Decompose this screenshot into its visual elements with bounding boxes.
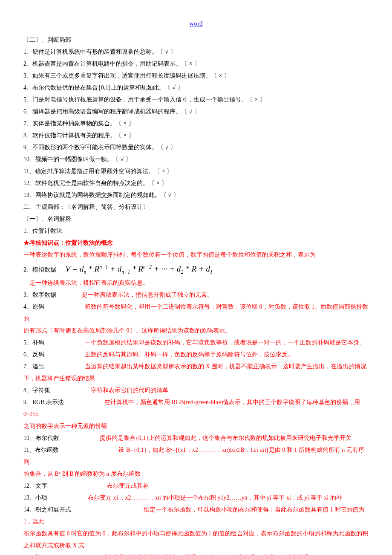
term-answer-cont: 原有形式〔有时需要在高位局部添几个 0〕。这样所得结果为该数的原码表示。 [23,325,369,337]
term-answer: 在计算机中，颜色通常用 RGB(red-green-blue)值表示，其中的三个… [23,399,360,417]
judge-item: 13、网络协议就是为网络数据交换而制定的规如此。〔 √ 〕 [23,189,369,201]
judge-item: 1、硬件是计算机系统中有形的装置和设备的总称。〔 √ 〕 [23,46,369,58]
judge-section-title: 〔二〕、判断局部 [23,34,369,46]
term-label: 9、RGB 表示法 [23,399,64,405]
judge-item: 5、门是对电信号执行根底运算的设备，用于承受一个输入信号，生成一个输出信号。〔 … [23,94,369,106]
judge-item: 11、稳定排序算法是指占用有限额外空间的算法。〔 × 〕 [23,165,369,177]
term-row: 7、溢出当运算的结果超出某种数据类型所表示的数的 X 围时，机器不能正确表示，这… [23,361,369,373]
term-answer-cont: 之和展开式或析取 X 式 [23,540,369,552]
term-label: 12、文字 [23,483,47,489]
judge-item: 10、视频中的一幅图像叫做一帧。〔 √ 〕 [23,153,369,165]
term-answer: 一个负数加模的结果即是该数的补码，它与该负数等价，或者说是一对一的，一个正数的补… [85,339,365,346]
term-row: 10、布尔代数提供的是集合{0,1}上的运算和规如此，这个集合与布尔代数的规如此… [23,432,369,444]
term-label: 13、小项 [23,494,47,501]
term-row: 5、补码一个负数加模的结果即是该数的补码，它与该负数等价，或者说是一对一的，一个… [23,337,369,349]
judge-item: 3、如果有三个或更多重复字符出现，适宜使用行程长度编码进展压缩。〔 × 〕 [23,70,369,82]
term-row: 3、数字数据是一种离散表示法，把信息分割成了独立的元素。 [23,289,369,301]
judge-item: 6、编译器是把用高级语言编写的程序翻译成机器码的程序。〔 √ 〕 [23,106,369,118]
term-label: 11、布尔函数 [23,447,59,453]
term-row: 2、模拟数据 V = dn * Rn−1 + dn−1 * Rn−2 + ···… [23,261,369,277]
math-formula: V = dn * Rn−1 + dn−1 * Rn−2 + ··· + d2 *… [66,261,213,277]
term-answer: 是一种连续表示法，模拟它表示的真实信息。 [23,277,369,289]
judge-item: 12、软件危机完全是由软件自身的特点决定的。〔 × 〕 [23,177,369,189]
term-label: 10、布尔代数 [23,435,59,441]
term-row: 15、门对电信号执行根底运算的设备，承受一个或者多个输入信号，生成一个输出信号 [23,552,369,555]
term-row: 12、文字布尔变元或其补 [23,480,369,492]
term-answer: 给定一个布尔函数，可以构造小项的布尔和使得：当此布尔函数具有值 1 时它的值为 … [23,506,364,525]
judge-item: 2、机器语言是内置在计算机电路中的指令，用助记码表示。〔 × 〕 [23,58,369,70]
term-label: 4、原码 [23,304,44,310]
term-label: 8、字符集 [23,387,50,393]
judge-item: 4、布尔代数提供的是在集合{0,1}上的运算和规如此。〔 √ 〕 [23,82,369,94]
term-answer: 当运算的结果超出某种数据类型所表示的数的 X 围时，机器不能正确表示，这时要产生… [85,363,366,370]
term-label: 1、位置计数法 [23,225,369,237]
term-row: 13、小项布尔变元 x1，x2，……，xn 的小项是一个布尔积 y1y2……yn… [23,492,369,504]
term-label: 6、反码 [23,351,44,358]
term-answer: 提供的是集合{0,1}上的运算和规如此，这个集合与布尔代数的规如此被用来研究电子… [100,435,352,441]
term-answer-cont: 下，机器将产生错误的结果 [23,373,369,384]
term-label: 5、补码 [23,339,44,346]
term-answer: 是一种离散表示法，把信息分割成了独立的元素。 [82,292,213,298]
judge-item: 7、实体是指某种抽象事物的集合。〔 × 〕 [23,118,369,130]
term-answer: 正数的反码与其原码、补码一样，负数的反码等于原码除符号位外，按位求反。 [85,351,294,358]
term-label: 7、溢出 [23,363,44,370]
term-row: 9、RGB 表示法在计算机中，颜色通常用 RGB(red-green-blue)… [23,396,369,420]
knowledge-point: ★考核知识点：位置计数法的概念 [23,237,369,249]
term-label: 2、模拟数据 [23,266,56,273]
term-answer: 布尔变元 x1，x2，……，xn 的小项是一个布尔积 y1y2……yn，其中 y… [88,494,342,501]
judge-item: 8、软件仅指与计算机有关的程序。〔 × 〕 [23,130,369,142]
term-answer: 设 B={0,1}，如此 Bⁿ={(x1，x2，……，xn)|xi∈B，1≤i … [23,447,364,465]
term-answer: 将数的符号数码化，即用一个二进制位表示符号：对整数，该位取 0，对负数，该位取 … [23,304,368,322]
judge-item: 9、不同数形的两个数字可能表示同等数量的实体。〔 √ 〕 [23,142,369,153]
term-answer: 一种表达数字的系统，数位按顺序排列，每个数位有一个位值，数字的值是每个数位和位值… [23,249,369,261]
term-answer: 字符和表示它们的代码的清单 [91,387,168,393]
term-row: 4、原码将数的符号数码化，即用一个二进制位表示符号：对整数，该位取 0，对负数，… [23,301,369,325]
term-answer-cont: 的集合，从 Bⁿ 到 B 的函数称为 n 度布尔函数 [23,468,369,480]
term-row: 11、布尔函数设 B={0,1}，如此 Bⁿ={(x1，x2，……，xn)|xi… [23,444,369,468]
term-row: 14、积之和展开式给定一个布尔函数，可以构造小项的布尔和使得：当此布尔函数具有值… [23,504,369,528]
term-label: 3、数字数据 [23,292,56,298]
terms-section-title: 〔一〕、名词解释 [23,213,369,225]
term-answer-cont: 布尔函数具有值 0 时它的值为 0，此布尔和中的小项与使得此函数值为 1 的值的… [23,528,369,540]
subjective-section-title: 二、主观局部：〔名词解释、简答、分析设计〕 [23,201,369,213]
term-answer: 布尔变元或其补 [107,483,149,489]
term-answer-cont: 之间的数字表示一种元素的份额 [23,420,369,432]
term-label: 14、积之和展开式 [23,506,71,513]
term-row: 6、反码正数的反码与其原码、补码一样，负数的反码等于原码除符号位外，按位求反。 [23,349,369,361]
page-header-link: word [23,17,369,30]
term-row: 8、字符集字符和表示它们的代码的清单 [23,384,369,396]
